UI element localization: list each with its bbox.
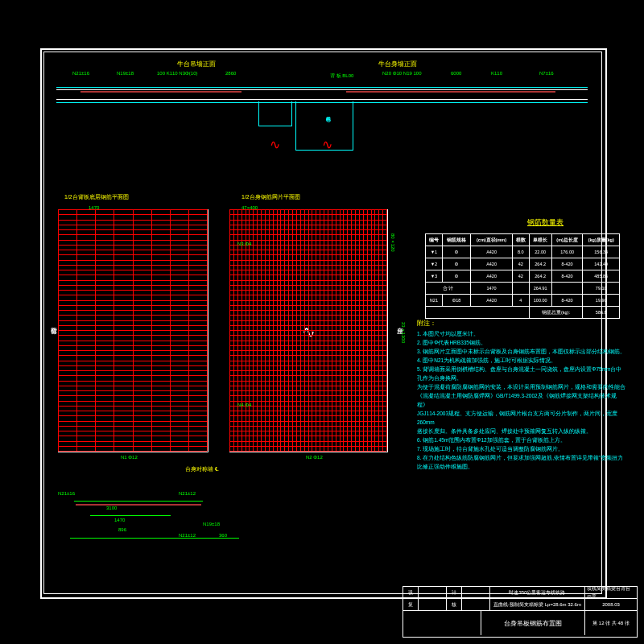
- elev-title-right: 牛台身墙正面: [378, 60, 417, 68]
- dim-1470b: 1470: [114, 518, 125, 522]
- label-n2: N2 Φ12: [306, 455, 323, 460]
- note-5d: JGJ114-2003规程。支方便运输，钢筋网片根台支方两可分片制作，两片间，宽…: [417, 409, 626, 427]
- dim-n21a: N21±16: [58, 491, 75, 496]
- dim-80x120: 80×120: [390, 233, 395, 252]
- drawing-sheet: 牛台吊墙正面 牛台身墙正面 N21±16 N19±18 100 K110 N3Φ…: [0, 0, 644, 644]
- dim-47x400: 47×400: [242, 205, 258, 210]
- note-5b: 为便于混凝荷腐防腐钢筋网的安装，本设计采用预制钢筋网片，规格和需要的性能合: [417, 382, 626, 391]
- notes-label: 附注：: [417, 318, 626, 329]
- label-n1: N1 Φ12: [121, 455, 138, 460]
- note-1: 1. 本图尺寸均以厘米计。: [417, 329, 626, 338]
- note-5e: 搭接长度归。条件具备多处应同、焊接处中预箍网复互转入纵的纵箍。: [417, 427, 626, 436]
- dim-n19-18: N19±18: [117, 71, 134, 76]
- note-8: 8. 在力处结构色纵筋防腐钢筋网片，但要求加强网超筋,依情布置详见带箍"变频扭力…: [417, 453, 626, 471]
- dim-n21-16: N21±16: [72, 71, 89, 76]
- dim-2860: 2860: [225, 71, 236, 76]
- note-4: 4. 图中N21为机构疏箍加强筋，施工时可根据实际情况。: [417, 356, 626, 365]
- note-7: 7. 现场施工时，待台背施水孔处可适当调整防腐钢筋网片。: [417, 444, 626, 453]
- break-mark-2: ∿: [322, 137, 332, 152]
- break-mark-1: ∿: [270, 137, 280, 152]
- note-3: 3. 钢筋网片立面图中未标示台背板及台身钢筋布置图，本图仅标示出部分结构钢筋。: [417, 347, 626, 356]
- pier-small: [258, 101, 292, 126]
- table-title: 钢筋数量表: [527, 217, 564, 228]
- label-n3b: N4 Φ4: [237, 402, 251, 407]
- plan-right-grid: ∿: [229, 209, 386, 451]
- bottom-section: N21±16 N21±12 3100 1470 896 N19±18 N21±1…: [58, 491, 251, 547]
- deck-outline: [56, 87, 588, 103]
- note-2: 2. 图中Φ代表HRB335钢筋。: [417, 338, 626, 347]
- dim-k110: K110: [491, 71, 502, 76]
- dim-1470: 1470: [89, 205, 99, 210]
- elev-title-left: 牛台吊墙正面: [177, 60, 216, 68]
- notes-block: 附注： 1. 本图尺寸均以厘米计。 2. 图中Φ代表HRB335钢筋。 3. 钢…: [417, 318, 626, 471]
- dim-n7: N7±16: [539, 71, 554, 76]
- note-5c: 《混凝结混凝土用钢防腐焊网》GB/T1499.3-2002及《钢筋焊接网支架结构…: [417, 391, 626, 409]
- plan-title-left: 1/2台背板底层钢筋平面图: [64, 193, 129, 201]
- dim-n21b: N21±12: [179, 491, 196, 496]
- title-block: 设 计 时速350公里客运专线铁路 双线简支箱梁台背台 示意 复 核 直曲线-预…: [402, 586, 638, 638]
- dim-896: 896: [118, 527, 126, 532]
- dim-3100: 3100: [106, 506, 117, 510]
- rebar-top-r: [346, 91, 555, 93]
- label-n3a: N3 Φ4: [237, 242, 251, 246]
- plan-left-grid: [58, 209, 207, 451]
- note-6: 6. 钢筋1.45m范围内布置Φ12加强筋套，置于台背板筋上方。: [417, 436, 626, 444]
- dim-23x1300: 23×1300: [401, 322, 406, 343]
- dim-bl: 背 板 BL00: [330, 72, 353, 80]
- rebar-quantity-table: 编号钢筋规格(cm)直径(mm)根数单根长(m)总长度(kg)质量(kg) ▼1…: [425, 233, 620, 319]
- plan-title-right: 1/2台身钢筋网片平面图: [242, 193, 300, 201]
- section-title: 台身对称墙 ℄: [185, 465, 219, 473]
- elevation-view: 牛台吊墙正面 牛台身墙正面 N21±16 N19±18 100 K110 N3Φ…: [56, 64, 588, 129]
- rebar-top-l: [80, 91, 242, 93]
- note-5: 5. 背调墙面采用倒棋槽结构、盘座与台身混凝土一同浇筑，盘座内设置Φ75mm台中…: [417, 365, 626, 382]
- dim-6000: 6000: [451, 71, 461, 76]
